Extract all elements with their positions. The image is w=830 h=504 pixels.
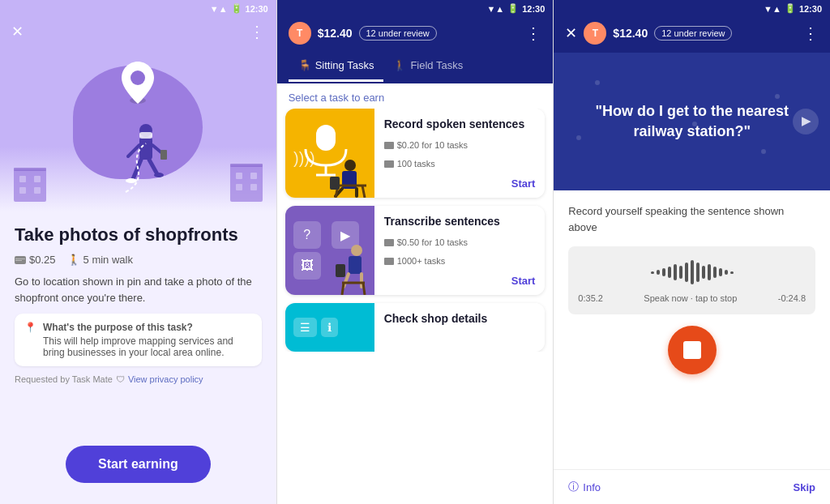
card-content-record: Record spoken sentences $0.20 for 10 tas… — [374, 109, 545, 198]
card-count-transcribe: 1000+ tasks — [384, 256, 536, 266]
card-footer-record: Start — [384, 177, 536, 190]
hero-illustration — [0, 49, 276, 211]
svg-rect-42 — [349, 256, 362, 274]
card-title-shop: Check shop details — [384, 311, 536, 326]
signal-icons-2: ▼▲ — [486, 4, 504, 14]
panel-record: ▼▲ 🔋 12:30 ✕ T $12.40 12 under review ⋮ … — [554, 0, 830, 504]
balance-3: $12.40 — [613, 27, 648, 40]
card-illustration-record: )))) — [285, 109, 374, 198]
waveform-bar — [662, 268, 665, 276]
more-vert-icon-3[interactable]: ⋮ — [802, 23, 819, 43]
svg-rect-20 — [236, 173, 242, 179]
svg-point-7 — [154, 173, 164, 177]
info-link[interactable]: ⓘ Info — [568, 480, 601, 494]
start-record-button[interactable]: Start — [511, 177, 536, 190]
review-badge-3: 12 under review — [654, 26, 732, 41]
task-meta: $0.25 🚶 5 min walk — [15, 254, 262, 266]
svg-line-37 — [362, 186, 365, 198]
waveform-bar — [651, 271, 654, 274]
building-right — [226, 153, 267, 205]
waveform-bar — [713, 267, 717, 278]
card-content-transcribe: Transcribe sentences $0.50 for 10 tasks … — [374, 206, 545, 295]
waveform-bar — [708, 264, 711, 280]
task-description: Go to location shown in pin and take a p… — [15, 274, 262, 305]
card-content-shop: Check shop details — [374, 303, 545, 352]
svg-line-5 — [149, 160, 157, 174]
stop-recording-button[interactable] — [668, 326, 717, 374]
play-button[interactable]: ▶ — [793, 109, 819, 135]
tab-field-tasks[interactable]: 🚶 Field Tasks — [383, 53, 473, 82]
tab-sitting-tasks[interactable]: 🪑 Sitting Tasks — [289, 53, 384, 82]
signal-icons-3: ▼▲ — [764, 4, 781, 14]
info-box: 📍 What's the purpose of this task? This … — [15, 314, 262, 366]
close-icon[interactable]: ✕ — [11, 23, 24, 41]
waveform-bar — [719, 268, 722, 276]
battery-icon-3: 🔋 — [785, 3, 796, 14]
time-end: -0:24.8 — [778, 293, 806, 303]
svg-rect-14 — [19, 176, 26, 182]
shop-icons: ☰ ℹ — [285, 310, 374, 345]
skip-button[interactable]: Skip — [794, 481, 815, 493]
svg-rect-18 — [230, 165, 263, 202]
svg-rect-17 — [34, 187, 41, 194]
battery-icon: 🔋 — [231, 3, 242, 14]
field-walk-icon: 🚶 — [393, 59, 406, 71]
more-vert-icon-2[interactable]: ⋮ — [525, 23, 541, 43]
start-transcribe-button[interactable]: Start — [511, 275, 536, 287]
svg-rect-23 — [250, 184, 257, 190]
svg-rect-38 — [330, 177, 340, 190]
svg-rect-22 — [236, 184, 242, 190]
panel-tasks: ▼▲ 🔋 12:30 T $12.40 12 under review ⋮ 🪑 … — [276, 0, 554, 504]
shield-icon: 🛡 — [116, 374, 125, 384]
more-vert-icon[interactable]: ⋮ — [249, 22, 265, 41]
record-section: Record yourself speaking the sentence sh… — [554, 190, 830, 469]
svg-rect-16 — [19, 187, 26, 194]
task-card-record: )))) Record spoken sentences — [285, 109, 545, 198]
card-footer-transcribe: Start — [384, 275, 536, 287]
svg-point-41 — [351, 245, 362, 256]
question-box: "How do I get to the nearest railway sta… — [554, 53, 830, 190]
time-1: 12:30 — [246, 4, 268, 14]
time-start: 0:35.2 — [578, 293, 603, 303]
stop-icon — [683, 341, 701, 359]
waveform-bar — [725, 270, 728, 275]
waveform-bar — [696, 263, 700, 282]
record-btn-row — [568, 326, 815, 374]
svg-rect-15 — [34, 176, 41, 182]
close-icon-3[interactable]: ✕ — [565, 24, 577, 42]
svg-rect-25 — [15, 258, 25, 259]
price-meta: $0.25 — [15, 254, 56, 266]
task-card-transcribe: ? ▶ 🖼 Transcribe sentences — [285, 206, 545, 295]
start-earning-button[interactable]: Start earning — [66, 446, 211, 483]
card-illustration-transcribe: ? ▶ 🖼 — [285, 206, 374, 295]
balance-2: $12.40 — [318, 27, 353, 40]
top-bar-2: T $12.40 12 under review ⋮ — [277, 17, 554, 53]
building-left — [10, 153, 50, 205]
top-bar-1: ✕ ⋮ — [0, 17, 276, 49]
waveform-bar — [691, 260, 694, 284]
svg-rect-40 — [384, 160, 394, 168]
info-icon: ℹ — [321, 318, 338, 337]
svg-rect-3 — [139, 137, 152, 160]
card-title-transcribe: Transcribe sentences — [384, 214, 536, 229]
panel-shopfront: ▼▲ 🔋 12:30 ✕ ⋮ — [0, 0, 276, 504]
svg-rect-21 — [250, 173, 257, 179]
card-title-record: Record spoken sentences — [384, 117, 536, 131]
tasks-list: )))) Record spoken sentences — [277, 109, 554, 352]
svg-rect-11 — [139, 132, 152, 139]
image-icon: 🖼 — [293, 252, 321, 280]
bottom-bar: ⓘ Info Skip — [554, 469, 830, 504]
waveform-bar — [685, 263, 688, 282]
waveform-bar — [674, 264, 677, 280]
svg-rect-12 — [14, 169, 46, 202]
task-title: Take photos of shopfronts — [15, 224, 262, 246]
time-label: Speak now · tap to stop — [644, 293, 737, 303]
review-badge-2: 12 under review — [359, 26, 437, 41]
svg-rect-26 — [15, 260, 22, 261]
privacy-link[interactable]: View privacy policy — [128, 374, 203, 384]
task-card-shop: ☰ ℹ Check shop details — [285, 303, 545, 352]
card-price-transcribe: $0.50 for 10 tasks — [384, 237, 536, 247]
waveform-bar — [679, 266, 682, 279]
card-illustration-shop: ☰ ℹ — [285, 303, 374, 352]
waveform — [578, 258, 806, 287]
